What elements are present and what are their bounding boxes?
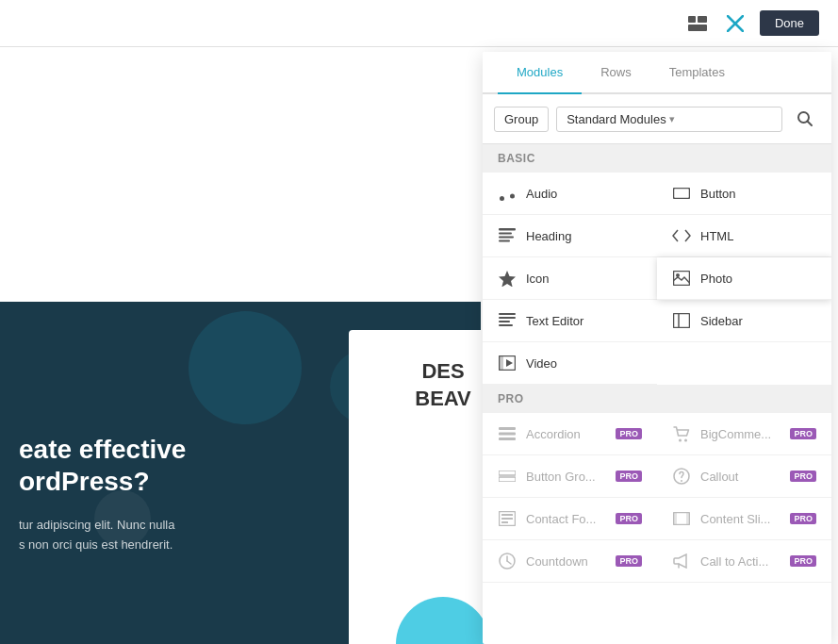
megaphone-icon bbox=[672, 552, 691, 570]
top-bar: Done bbox=[0, 0, 838, 47]
icon-label: Icon bbox=[526, 272, 642, 286]
panel-toolbar: Group Standard Modules ▾ bbox=[483, 94, 831, 144]
video-label: Video bbox=[526, 356, 642, 371]
module-photo[interactable]: Photo bbox=[657, 257, 831, 300]
module-bigcommerce[interactable]: BigComme... PRO bbox=[657, 413, 831, 455]
layout-icon[interactable] bbox=[684, 10, 711, 37]
svg-rect-16 bbox=[499, 317, 516, 319]
pro-module-grid: Accordion PRO BigComme... PRO bbox=[483, 413, 831, 583]
bokeh-1 bbox=[189, 311, 302, 424]
standard-modules-dropdown[interactable]: Standard Modules ▾ bbox=[556, 107, 782, 132]
sidebar-icon bbox=[672, 311, 691, 330]
chevron-down-icon: ▾ bbox=[669, 113, 772, 125]
module-text-editor[interactable]: Text Editor bbox=[483, 300, 657, 342]
svg-marker-23 bbox=[506, 359, 513, 367]
music-icon bbox=[498, 184, 517, 203]
module-countdown[interactable]: Countdown PRO bbox=[483, 540, 657, 583]
accordion-pro-badge: PRO bbox=[616, 428, 642, 439]
module-sidebar[interactable]: Sidebar bbox=[657, 300, 831, 342]
tab-rows[interactable]: Rows bbox=[582, 52, 650, 92]
tab-templates[interactable]: Templates bbox=[650, 52, 744, 92]
close-icon[interactable] bbox=[722, 10, 748, 37]
module-content-slider[interactable]: Content Sli... PRO bbox=[657, 498, 831, 540]
text-editor-label: Text Editor bbox=[526, 314, 642, 328]
basic-module-grid: Audio Button bbox=[483, 173, 831, 385]
module-html[interactable]: HTML bbox=[657, 215, 831, 257]
bigcommerce-label: BigComme... bbox=[700, 427, 777, 441]
html-label: HTML bbox=[700, 229, 816, 243]
svg-rect-10 bbox=[499, 237, 514, 239]
sidebar-label: Sidebar bbox=[700, 314, 816, 328]
svg-rect-11 bbox=[499, 240, 510, 242]
countdown-pro-badge: PRO bbox=[616, 555, 642, 567]
svg-rect-29 bbox=[499, 471, 516, 475]
callout-pro-badge: PRO bbox=[790, 471, 816, 482]
clock-icon bbox=[498, 552, 517, 570]
button-group-pro-badge: PRO bbox=[616, 471, 642, 482]
button-icon bbox=[672, 184, 691, 203]
panel-tabs: Modules Rows Templates bbox=[483, 52, 831, 94]
btn-group-icon bbox=[498, 467, 517, 486]
button-label: Button bbox=[700, 187, 816, 201]
countdown-label: Countdown bbox=[526, 554, 602, 569]
svg-point-28 bbox=[684, 438, 687, 441]
video-icon bbox=[498, 354, 517, 372]
callout-label: Callout bbox=[700, 470, 777, 484]
module-button-group[interactable]: Button Gro... PRO bbox=[483, 455, 657, 498]
contact-form-pro-badge: PRO bbox=[616, 513, 642, 524]
heading-label: Heading bbox=[526, 229, 642, 243]
module-call-to-action[interactable]: Call to Acti... PRO bbox=[657, 540, 831, 583]
svg-marker-12 bbox=[499, 271, 516, 287]
module-audio[interactable]: Audio bbox=[483, 173, 657, 215]
svg-rect-0 bbox=[688, 16, 696, 23]
button-group-label: Button Gro... bbox=[526, 470, 602, 484]
pro-section-header: Pro bbox=[483, 385, 831, 413]
code-icon bbox=[672, 226, 691, 245]
module-button[interactable]: Button bbox=[657, 173, 831, 215]
content-slider-pro-badge: PRO bbox=[790, 513, 816, 524]
modules-scroll[interactable]: Basic Audio Button bbox=[483, 144, 831, 644]
svg-rect-2 bbox=[688, 25, 707, 31]
module-icon[interactable]: Icon bbox=[483, 257, 657, 300]
form-icon bbox=[498, 509, 517, 528]
svg-rect-18 bbox=[499, 324, 513, 326]
call-to-action-label: Call to Acti... bbox=[700, 554, 777, 569]
svg-rect-39 bbox=[686, 513, 689, 524]
svg-rect-7 bbox=[674, 189, 690, 199]
svg-rect-15 bbox=[499, 313, 516, 315]
svg-line-6 bbox=[808, 122, 813, 126]
audio-label: Audio bbox=[526, 187, 642, 201]
module-contact-form[interactable]: Contact Fo... PRO bbox=[483, 498, 657, 540]
cart-icon bbox=[672, 424, 691, 443]
svg-rect-1 bbox=[698, 16, 707, 23]
svg-rect-35 bbox=[501, 518, 513, 520]
basic-section-header: Basic bbox=[483, 144, 831, 173]
tab-modules[interactable]: Modules bbox=[498, 52, 582, 92]
text-icon bbox=[498, 311, 517, 330]
svg-rect-9 bbox=[499, 233, 512, 235]
done-button[interactable]: Done bbox=[760, 10, 819, 36]
module-heading[interactable]: Heading bbox=[483, 215, 657, 257]
star-icon bbox=[498, 269, 517, 288]
group-button[interactable]: Group bbox=[494, 107, 549, 132]
svg-rect-19 bbox=[674, 314, 690, 328]
heading-icon bbox=[498, 226, 517, 245]
modules-panel: Modules Rows Templates Group Standard Mo… bbox=[483, 52, 831, 644]
card-text: DESBEAV bbox=[415, 358, 471, 412]
svg-rect-34 bbox=[501, 514, 513, 516]
accordion-icon bbox=[498, 424, 517, 443]
svg-rect-26 bbox=[499, 438, 516, 440]
slider-icon bbox=[672, 509, 691, 528]
module-callout[interactable]: Callout PRO bbox=[657, 455, 831, 498]
svg-rect-30 bbox=[499, 477, 516, 482]
search-button[interactable] bbox=[790, 104, 820, 134]
module-accordion[interactable]: Accordion PRO bbox=[483, 413, 657, 455]
svg-point-27 bbox=[679, 438, 682, 441]
white-section bbox=[0, 47, 481, 302]
module-video[interactable]: Video bbox=[483, 342, 657, 385]
call-to-action-pro-badge: PRO bbox=[790, 555, 816, 567]
dark-headline: eate effective ordPress? bbox=[19, 434, 186, 497]
svg-rect-38 bbox=[674, 513, 677, 524]
dark-section-text: eate effective ordPress? tur adipiscing … bbox=[19, 434, 186, 555]
svg-point-32 bbox=[681, 480, 682, 482]
